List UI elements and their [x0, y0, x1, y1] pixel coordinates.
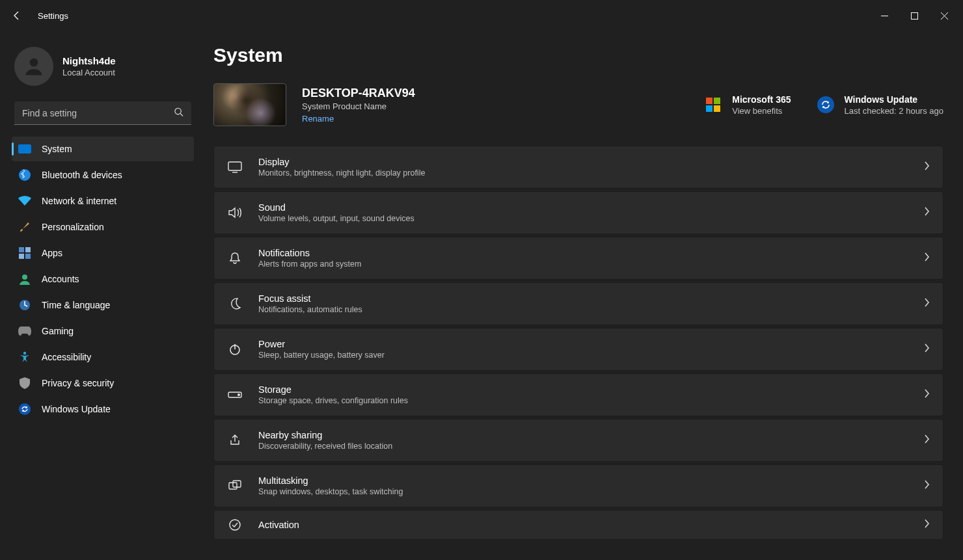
chevron-right-icon [923, 252, 930, 264]
svg-point-1 [30, 59, 38, 67]
svg-point-9 [22, 274, 27, 280]
chevron-right-icon [923, 343, 930, 355]
nav-label: Apps [42, 248, 62, 258]
search-input[interactable] [14, 101, 191, 125]
card-activation[interactable]: Activation [213, 510, 943, 540]
accessibility-icon [18, 351, 31, 364]
power-icon [227, 341, 243, 357]
nav-label: Personalization [42, 222, 104, 232]
svg-rect-3 [18, 144, 31, 153]
nav-accessibility[interactable]: Accessibility [12, 345, 194, 369]
svg-rect-7 [19, 254, 24, 259]
ql-ms365[interactable]: Microsoft 365 View benefits [703, 94, 791, 116]
svg-rect-5 [19, 247, 24, 252]
page-heading: System [213, 44, 943, 66]
nav-label: System [42, 144, 72, 154]
chevron-right-icon [923, 207, 930, 219]
update-icon [18, 403, 31, 416]
accounts-icon [18, 273, 31, 286]
titlebar: Settings [0, 0, 963, 31]
maximize-button[interactable] [899, 5, 929, 26]
minimize-button[interactable] [869, 5, 899, 26]
svg-point-11 [23, 352, 26, 354]
card-title: Multitasking [258, 475, 403, 486]
close-icon [941, 12, 948, 20]
card-sub: Monitors, brightness, night light, displ… [258, 168, 425, 178]
storage-icon [227, 387, 243, 403]
card-storage[interactable]: Storage Storage space, drives, configura… [213, 373, 943, 416]
nav-label: Time & language [42, 300, 110, 310]
content[interactable]: System DESKTOP-4RAKV94 System Product Na… [202, 31, 963, 560]
ql-title: Windows Update [845, 94, 944, 105]
arrow-left-icon [12, 10, 22, 21]
svg-point-2 [175, 108, 181, 114]
svg-rect-8 [25, 254, 31, 259]
nav-apps[interactable]: Apps [12, 241, 194, 265]
card-focus[interactable]: Focus assist Notifications, automatic ru… [213, 282, 943, 325]
settings-list: Display Monitors, brightness, night ligh… [213, 146, 943, 542]
chevron-right-icon [923, 389, 930, 401]
ql-sub: Last checked: 2 hours ago [845, 106, 944, 116]
card-sub: Storage space, drives, configuration rul… [258, 396, 408, 405]
card-sound[interactable]: Sound Volume levels, output, input, soun… [213, 191, 943, 234]
nav-label: Network & internet [42, 196, 116, 206]
nav-label: Accounts [42, 274, 79, 284]
close-button[interactable] [929, 5, 959, 26]
nav-label: Windows Update [42, 404, 111, 414]
card-sub: Volume levels, output, input, sound devi… [258, 214, 414, 223]
nav-update[interactable]: Windows Update [12, 397, 194, 421]
nav-system[interactable]: System [12, 137, 194, 161]
sound-icon [227, 205, 243, 220]
system-icon [18, 142, 31, 155]
ql-windows-update[interactable]: Windows Update Last checked: 2 hours ago [816, 94, 944, 116]
card-multitask[interactable]: Multitasking Snap windows, desktops, tas… [213, 464, 943, 507]
nav-label: Bluetooth & devices [42, 170, 122, 180]
chevron-right-icon [923, 434, 930, 446]
quicklinks: Microsoft 365 View benefits Windows Upda… [703, 94, 943, 116]
card-notifications[interactable]: Notifications Alerts from apps and syste… [213, 237, 943, 280]
wifi-icon [18, 194, 31, 207]
multitask-icon [227, 478, 243, 494]
device-block: DESKTOP-4RAKV94 System Product Name Rena… [213, 83, 943, 126]
shield-icon [18, 377, 31, 390]
ql-title: Microsoft 365 [732, 94, 791, 105]
svg-point-19 [230, 520, 240, 530]
svg-rect-13 [228, 162, 241, 170]
nav-time[interactable]: Time & language [12, 293, 194, 317]
card-sub: Sleep, battery usage, battery saver [258, 351, 385, 360]
nav-bluetooth[interactable]: Bluetooth & devices [12, 163, 194, 187]
bluetooth-icon [18, 168, 31, 181]
minimize-icon [881, 12, 888, 20]
card-title: Activation [258, 520, 299, 530]
svg-rect-0 [911, 12, 917, 19]
window-controls [869, 5, 959, 26]
back-button[interactable] [4, 3, 30, 29]
maximize-icon [911, 12, 918, 20]
avatar [14, 47, 53, 86]
account-block[interactable]: Nightsh4de Local Account [12, 31, 194, 101]
nav-privacy[interactable]: Privacy & security [12, 371, 194, 395]
moon-icon [227, 296, 243, 312]
rename-link[interactable]: Rename [302, 114, 415, 124]
account-sub: Local Account [62, 68, 116, 77]
svg-rect-6 [25, 247, 31, 252]
chevron-right-icon [923, 161, 930, 173]
nav-accounts[interactable]: Accounts [12, 267, 194, 291]
windows-update-icon [816, 95, 835, 114]
nav-network[interactable]: Network & internet [12, 189, 194, 213]
card-display[interactable]: Display Monitors, brightness, night ligh… [213, 146, 943, 189]
chevron-right-icon [923, 480, 930, 492]
search-wrap [14, 101, 191, 125]
device-wallpaper-thumb [213, 83, 286, 126]
card-sub: Alerts from apps and system [258, 260, 361, 269]
nav-label: Privacy & security [42, 378, 114, 388]
nav-personalization[interactable]: Personalization [12, 215, 194, 239]
card-title: Storage [258, 384, 408, 395]
sidebar-nav: System Bluetooth & devices Network & int… [12, 137, 194, 421]
nav-gaming[interactable]: Gaming [12, 319, 194, 343]
card-title: Sound [258, 202, 414, 213]
paintbrush-icon [18, 220, 31, 233]
activation-icon [227, 517, 243, 533]
card-power[interactable]: Power Sleep, battery usage, battery save… [213, 328, 943, 371]
card-nearby[interactable]: Nearby sharing Discoverability, received… [213, 419, 943, 462]
